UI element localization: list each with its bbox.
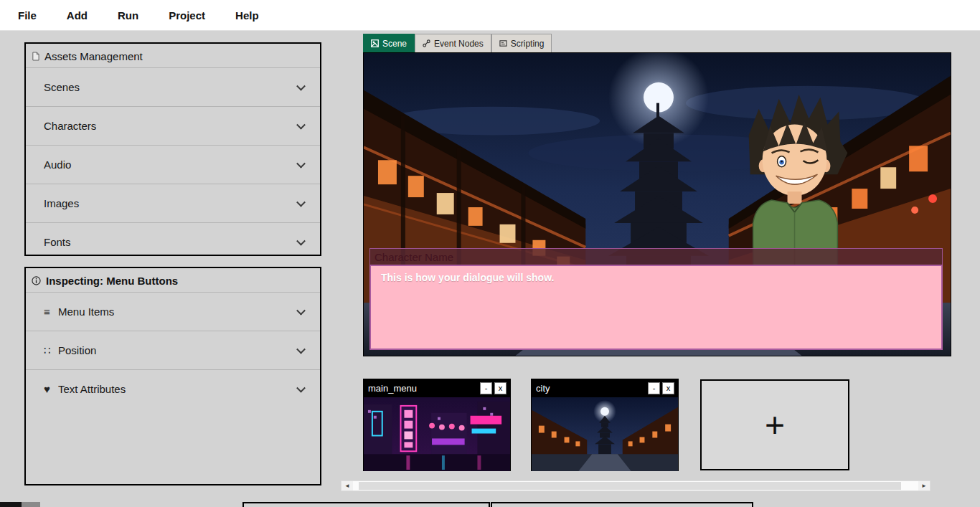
add-scene-button[interactable]: + <box>700 379 849 470</box>
tab-scene[interactable]: Scene <box>363 34 415 52</box>
scene-card-city-thumbnail[interactable] <box>532 397 678 471</box>
scrollbar-thumb[interactable] <box>359 482 901 490</box>
inspector-section-position-label: Position <box>58 344 96 356</box>
minimize-button[interactable]: - <box>648 382 660 394</box>
heart-icon: ♥ <box>44 383 58 395</box>
dialogue-text: This is how your dialogue will show. <box>381 272 554 283</box>
close-button[interactable]: x <box>662 382 674 394</box>
chevron-down-icon <box>296 344 306 354</box>
assets-panel-title-label: Assets Management <box>44 50 143 62</box>
assets-section-images[interactable]: Images <box>26 184 320 222</box>
scrollbar-track[interactable] <box>353 481 918 491</box>
assets-section-characters[interactable]: Characters <box>26 106 320 145</box>
bottom-partial-panel-right <box>491 502 753 507</box>
bottom-partial-box-dark <box>0 502 22 507</box>
scene-card-main-menu-buttons: - x <box>480 382 510 394</box>
inspector-section-menu-items[interactable]: ≡ Menu Items <box>26 292 320 331</box>
info-icon <box>32 276 41 285</box>
assets-management-panel: Assets Management Scenes Characters Audi… <box>24 42 321 256</box>
assets-section-scenes-label: Scenes <box>44 81 80 93</box>
tab-event-nodes[interactable]: Event Nodes <box>415 34 491 52</box>
bottom-partial-panel-left <box>242 502 490 507</box>
chevron-down-icon <box>296 236 306 245</box>
inspector-section-text-attributes[interactable]: ♥ Text Attributes <box>26 369 320 408</box>
scene-preview-stage[interactable]: Character Name This is how your dialogue… <box>363 52 951 356</box>
menu-icon: ≡ <box>44 305 58 318</box>
chevron-down-icon <box>296 120 306 129</box>
bottom-partial-box-gray <box>22 502 40 507</box>
assets-section-audio-label: Audio <box>44 158 71 171</box>
tab-scripting-label: Scripting <box>511 39 545 49</box>
scene-card-city-header: city - x <box>532 379 678 397</box>
close-button[interactable]: x <box>494 382 507 394</box>
minimize-button[interactable]: - <box>480 382 492 394</box>
main-menu-thumbnail-illustration <box>364 397 510 471</box>
inspector-section-text-attributes-label: Text Attributes <box>58 383 126 395</box>
inspector-section-position[interactable]: ∷ Position <box>26 331 320 369</box>
chevron-down-icon <box>296 197 306 207</box>
scene-card-city-name: city <box>536 383 550 394</box>
chevron-down-icon <box>296 81 306 90</box>
assets-section-scenes[interactable]: Scenes <box>26 67 320 106</box>
tab-event-nodes-label: Event Nodes <box>434 39 484 49</box>
tab-scene-label: Scene <box>382 39 407 49</box>
chevron-down-icon <box>296 383 306 392</box>
menu-item-file[interactable]: File <box>18 9 37 22</box>
assets-section-fonts-label: Fonts <box>44 236 71 248</box>
scene-card-city: city - x <box>531 379 679 471</box>
chevron-down-icon <box>296 158 306 168</box>
chevron-down-icon <box>296 305 306 315</box>
event-nodes-icon <box>423 39 430 47</box>
tab-scripting[interactable]: Scripting <box>491 34 552 52</box>
horizontal-scrollbar: ◄ ► <box>341 480 930 491</box>
assets-panel-title: Assets Management <box>26 44 320 67</box>
scene-card-city-buttons: - x <box>648 382 678 394</box>
assets-section-characters-label: Characters <box>44 120 96 132</box>
plus-icon: + <box>765 405 785 445</box>
app-window: File Add Run Project Help Assets Managem… <box>0 0 980 507</box>
assets-section-fonts[interactable]: Fonts <box>26 222 320 261</box>
workspace-tabs: Scene Event Nodes Scripting <box>363 34 552 52</box>
scene-card-main-menu-thumbnail[interactable] <box>364 397 510 471</box>
character-name-label: Character Name <box>374 251 453 263</box>
assets-section-audio[interactable]: Audio <box>26 145 320 184</box>
scripting-icon <box>499 39 507 47</box>
city-thumbnail-illustration <box>532 397 678 471</box>
menu-item-run[interactable]: Run <box>118 9 138 22</box>
assets-section-images-label: Images <box>44 197 79 209</box>
dialogue-name-bar[interactable]: Character Name <box>369 248 943 265</box>
scrollbar-right-arrow[interactable]: ► <box>918 481 930 491</box>
scene-card-main-menu: main_menu - x <box>363 379 511 471</box>
scrollbar-left-arrow[interactable]: ◄ <box>341 481 353 491</box>
inspector-section-menu-items-label: Menu Items <box>58 305 114 318</box>
inspector-panel-title: Inspecting: Menu Buttons <box>26 268 320 292</box>
scene-icon <box>371 39 379 47</box>
scene-card-main-menu-header: main_menu - x <box>364 379 510 397</box>
position-icon: ∷ <box>44 344 58 357</box>
menu-item-add[interactable]: Add <box>67 9 88 22</box>
menu-item-help[interactable]: Help <box>235 9 259 22</box>
inspector-panel-title-label: Inspecting: Menu Buttons <box>46 275 178 287</box>
menu-bar: File Add Run Project Help <box>0 0 980 31</box>
menu-item-project[interactable]: Project <box>169 9 205 22</box>
scene-card-main-menu-name: main_menu <box>368 383 417 394</box>
dialogue-box[interactable]: This is how your dialogue will show. <box>369 265 943 350</box>
document-icon <box>32 52 39 61</box>
inspector-panel: Inspecting: Menu Buttons ≡ Menu Items ∷ … <box>24 267 321 485</box>
